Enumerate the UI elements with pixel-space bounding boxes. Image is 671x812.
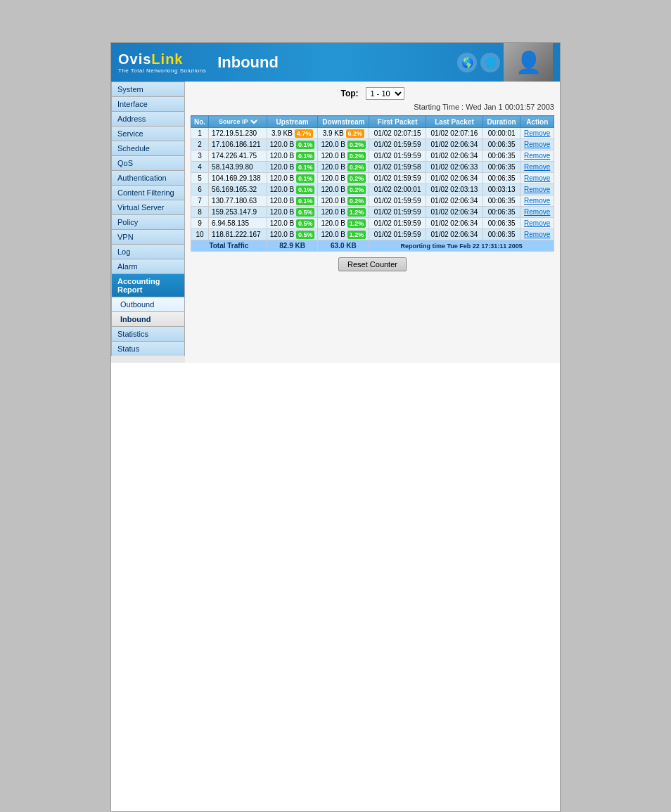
cell-first-packet: 01/02 01:59:59: [369, 150, 426, 162]
remove-link[interactable]: Remove: [524, 208, 550, 216]
upstream-pct-badge: 0.1%: [296, 197, 315, 205]
sidebar-item-statistics[interactable]: Statistics: [111, 326, 185, 341]
logo-subtitle: The Total Networking Solutions: [118, 67, 206, 74]
table-row: 5 104.169.29.138 120.0 B 0.1% 120.0 B 0.…: [191, 173, 554, 184]
cell-last-packet: 01/02 02:07:16: [426, 128, 483, 139]
downstream-pct-badge: 6.2%: [346, 129, 365, 138]
cell-action: Remove: [520, 195, 554, 207]
remove-link[interactable]: Remove: [524, 152, 550, 160]
remove-link[interactable]: Remove: [524, 163, 550, 171]
cell-downstream: 120.0 B 0.2%: [318, 139, 369, 150]
cell-downstream: 120.0 B 1.2%: [318, 207, 369, 218]
cell-upstream: 120.0 B 0.1%: [267, 173, 318, 184]
logo-link: Link: [151, 51, 183, 67]
sidebar-item-alarm[interactable]: Alarm: [111, 259, 185, 273]
table-row: 2 17.106.186.121 120.0 B 0.1% 120.0 B 0.…: [191, 139, 554, 150]
cell-ip: 172.19.51.230: [209, 128, 267, 139]
sidebar-item-address[interactable]: Address: [111, 111, 185, 126]
sidebar-item-virtual-server[interactable]: Virtual Server: [111, 200, 185, 214]
cell-no: 8: [191, 207, 209, 218]
remove-link[interactable]: Remove: [524, 129, 550, 137]
sidebar-item-qos[interactable]: QoS: [111, 155, 185, 170]
remove-link[interactable]: Remove: [524, 141, 550, 148]
cell-action: Remove: [520, 218, 554, 229]
header-photo: 👤: [504, 43, 553, 82]
cell-last-packet: 01/02 02:06:34: [426, 195, 483, 207]
cell-upstream: 120.0 B 0.1%: [267, 195, 318, 207]
cell-ip: 118.81.222.167: [209, 229, 267, 240]
remove-link[interactable]: Remove: [524, 231, 550, 238]
upstream-pct-badge: 0.5%: [296, 231, 315, 239]
remove-link[interactable]: Remove: [524, 186, 550, 193]
cell-duration: 00:06:35: [483, 139, 520, 150]
data-table: No. Source IP Dest IP Upstream Downstrea…: [191, 115, 554, 252]
cell-downstream: 120.0 B 1.2%: [318, 218, 369, 229]
cell-last-packet: 01/02 02:06:33: [426, 162, 483, 173]
sidebar-item-system[interactable]: System: [111, 82, 185, 96]
table-row: 6 56.169.165.32 120.0 B 0.1% 120.0 B 0.2…: [191, 184, 554, 195]
cell-duration: 00:00:01: [483, 128, 520, 139]
table-row: 3 174.226.41.75 120.0 B 0.1% 120.0 B 0.2…: [191, 150, 554, 162]
remove-link[interactable]: Remove: [524, 219, 550, 227]
cell-upstream: 120.0 B 0.1%: [267, 184, 318, 195]
cell-no: 1: [191, 128, 209, 139]
cell-ip: 159.253.147.9: [209, 207, 267, 218]
sidebar-item-log[interactable]: Log: [111, 244, 185, 259]
col-header-last-packet: Last Packet: [426, 116, 483, 128]
col-header-no: No.: [191, 116, 209, 128]
top-select[interactable]: 1 - 10 1 - 20 1 - 50: [366, 87, 404, 100]
cell-ip: 6.94.58.135: [209, 218, 267, 229]
cell-first-packet: 01/02 01:59:59: [369, 207, 426, 218]
header-icons: 🌎 🌐 👤: [457, 43, 553, 82]
cell-action: Remove: [520, 128, 554, 139]
cell-last-packet: 01/02 02:06:34: [426, 218, 483, 229]
cell-first-packet: 01/02 01:59:58: [369, 162, 426, 173]
cell-duration: 00:06:35: [483, 229, 520, 240]
sidebar-item-schedule[interactable]: Schedule: [111, 141, 185, 155]
page-title: Inbound: [217, 53, 279, 72]
cell-downstream: 120.0 B 0.2%: [318, 195, 369, 207]
cell-last-packet: 01/02 02:06:34: [426, 139, 483, 150]
sidebar-item-outbound[interactable]: Outbound: [111, 297, 185, 311]
upstream-pct-badge: 0.1%: [296, 163, 315, 172]
sidebar-item-service[interactable]: Service: [111, 126, 185, 141]
cell-ip: 58.143.99.80: [209, 162, 267, 173]
cell-duration: 00:06:35: [483, 150, 520, 162]
sidebar-item-status[interactable]: Status: [111, 341, 185, 356]
cell-action: Remove: [520, 162, 554, 173]
cell-duration: 00:06:35: [483, 162, 520, 173]
downstream-pct-badge: 0.2%: [347, 186, 366, 194]
cell-duration: 00:03:13: [483, 184, 520, 195]
sidebar-item-policy[interactable]: Policy: [111, 214, 185, 229]
table-row: 1 172.19.51.230 3.9 KB 4.7% 3.9 KB 6.2% …: [191, 128, 554, 139]
remove-link[interactable]: Remove: [524, 174, 550, 182]
cell-first-packet: 01/02 01:59:59: [369, 218, 426, 229]
cell-ip: 104.169.29.138: [209, 173, 267, 184]
cell-ip: 174.226.41.75: [209, 150, 267, 162]
source-ip-select[interactable]: Source IP Dest IP: [216, 117, 260, 126]
sidebar-item-vpn[interactable]: VPN: [111, 229, 185, 244]
sidebar: System Interface Address Service Schedul…: [111, 82, 185, 363]
cell-ip: 56.169.165.32: [209, 184, 267, 195]
downstream-pct-badge: 0.2%: [347, 197, 366, 205]
cell-first-packet: 01/02 01:59:59: [369, 229, 426, 240]
reset-counter-button[interactable]: Reset Counter: [338, 257, 407, 271]
globe2-icon[interactable]: 🌐: [480, 53, 500, 72]
total-label: Total Traffic: [191, 240, 267, 252]
sidebar-item-content-filtering[interactable]: Content Filtering: [111, 185, 185, 200]
cell-upstream: 120.0 B 0.1%: [267, 162, 318, 173]
cell-last-packet: 01/02 02:06:34: [426, 207, 483, 218]
sidebar-item-accounting-report[interactable]: Accounting Report: [111, 273, 185, 297]
logo-area: OvisLink The Total Networking Solutions: [118, 51, 206, 74]
cell-no: 10: [191, 229, 209, 240]
cell-no: 6: [191, 184, 209, 195]
sidebar-item-interface[interactable]: Interface: [111, 96, 185, 111]
globe1-icon[interactable]: 🌎: [457, 53, 477, 72]
table-row: 9 6.94.58.135 120.0 B 0.5% 120.0 B 1.2% …: [191, 218, 554, 229]
upstream-pct-badge: 0.1%: [296, 152, 315, 160]
upstream-pct-badge: 0.1%: [296, 186, 315, 194]
sidebar-item-inbound[interactable]: Inbound: [111, 311, 185, 326]
remove-link[interactable]: Remove: [524, 197, 550, 205]
sidebar-item-authentication[interactable]: Authentication: [111, 170, 185, 185]
cell-action: Remove: [520, 173, 554, 184]
